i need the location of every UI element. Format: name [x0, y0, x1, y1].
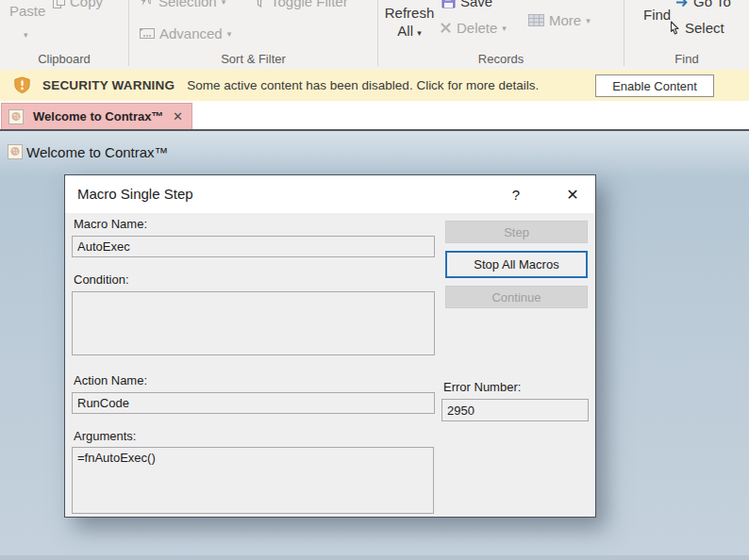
advanced-button: Advanced ▾: [140, 25, 231, 41]
dialog-title: Macro Single Step: [77, 175, 193, 213]
step-button: Step: [445, 221, 588, 243]
dropdown-arrow-icon: ▾: [227, 28, 232, 39]
table-grid-icon: [528, 14, 544, 26]
security-shield-icon: [13, 76, 31, 94]
action-name-field[interactable]: [72, 392, 435, 414]
ribbon: Paste ▾ Copy Selection ▾ Toggle Filter: [0, 0, 749, 70]
selection-filter-icon: [140, 0, 154, 8]
arguments-label: Arguments:: [74, 429, 136, 443]
selection-label: Selection: [158, 0, 217, 9]
dropdown-arrow-icon: ▾: [417, 26, 422, 38]
access-application-window: Paste ▾ Copy Selection ▾ Toggle Filter: [0, 0, 749, 560]
goto-arrow-icon: [675, 0, 689, 8]
save-label: Save: [460, 0, 492, 9]
select-label: Select: [685, 20, 724, 36]
form-title: Welcome to Contrax™: [26, 144, 169, 160]
toggle-filter-label: Toggle Filter: [271, 0, 348, 9]
goto-label: Go To: [693, 0, 731, 9]
stop-all-macros-button[interactable]: Stop All Macros: [445, 251, 588, 278]
refresh-label-line1: Refresh: [385, 5, 435, 21]
funnel-icon: [253, 0, 266, 8]
form-area: Welcome to Contrax™ Macro Single Step ? …: [0, 131, 749, 560]
condition-label: Condition:: [74, 272, 129, 287]
delete-label: Delete: [457, 20, 497, 36]
tab-title: Welcome to Contrax™: [33, 109, 163, 124]
form-bottom-edge: [0, 555, 749, 560]
arguments-field[interactable]: =fnAutoExec(): [72, 447, 434, 514]
copy-icon: [53, 0, 65, 8]
save-floppy-icon: [441, 0, 456, 8]
enable-content-button[interactable]: Enable Content: [595, 74, 714, 97]
macro-single-step-dialog: Macro Single Step ? ✕ Macro Name: Condit…: [64, 174, 596, 518]
copy-label: Copy: [70, 0, 103, 9]
paste-button: Paste: [9, 3, 45, 19]
error-number-field[interactable]: [441, 399, 589, 421]
paste-label: Paste: [9, 3, 45, 19]
security-warning-message[interactable]: Some active content has been disabled. C…: [187, 78, 539, 92]
group-label-sort-filter: Sort & Filter: [129, 52, 377, 66]
more-label: More: [549, 12, 581, 28]
group-label-find: Find: [624, 52, 749, 66]
help-icon[interactable]: ?: [501, 175, 531, 213]
save-button[interactable]: Save: [441, 0, 492, 9]
select-button[interactable]: Select: [670, 20, 724, 36]
macro-name-label: Macro Name:: [74, 217, 147, 231]
more-button: More ▾: [528, 12, 591, 28]
dialog-titlebar: Macro Single Step ? ✕: [65, 175, 595, 213]
cursor-select-icon: [670, 21, 680, 35]
goto-button[interactable]: Go To: [675, 0, 731, 9]
security-warning-title: SECURITY WARNING: [42, 78, 175, 92]
security-warning-bar: SECURITY WARNING Some active content has…: [0, 70, 749, 101]
copy-button: Copy: [53, 0, 103, 9]
error-number-label: Error Number:: [443, 380, 521, 394]
dropdown-arrow-icon: ▾: [222, 0, 226, 7]
selection-button: Selection ▾: [140, 0, 225, 9]
find-button[interactable]: Find: [643, 7, 671, 23]
group-label-clipboard: Clipboard: [0, 52, 128, 66]
paste-dropdown-arrow-icon: ▾: [24, 29, 28, 40]
continue-button: Continue: [445, 286, 588, 308]
delete-button: Delete ▾: [440, 20, 507, 36]
form-icon: [8, 144, 23, 159]
tab-welcome-to-contrax[interactable]: Welcome to Contrax™ ✕: [1, 103, 192, 129]
close-icon[interactable]: ✕: [554, 175, 591, 213]
macro-name-field[interactable]: [72, 236, 435, 257]
tab-close-icon[interactable]: ✕: [173, 109, 183, 124]
toggle-filter-button: Toggle Filter: [253, 0, 348, 9]
form-icon: [8, 109, 24, 124]
delete-x-icon: [440, 22, 452, 34]
document-tab-bar: Welcome to Contrax™ ✕: [0, 101, 749, 131]
advanced-label: Advanced: [159, 25, 223, 41]
group-label-records: Records: [378, 52, 624, 66]
refresh-label-line2: All: [397, 23, 413, 39]
find-label: Find: [643, 7, 671, 23]
refresh-all-button[interactable]: Refresh All ▾: [380, 4, 439, 40]
dropdown-arrow-icon: ▾: [586, 15, 591, 25]
advanced-filter-icon: [140, 27, 155, 40]
condition-field[interactable]: [72, 291, 435, 355]
action-name-label: Action Name:: [74, 373, 147, 387]
dropdown-arrow-icon: ▾: [502, 23, 507, 33]
